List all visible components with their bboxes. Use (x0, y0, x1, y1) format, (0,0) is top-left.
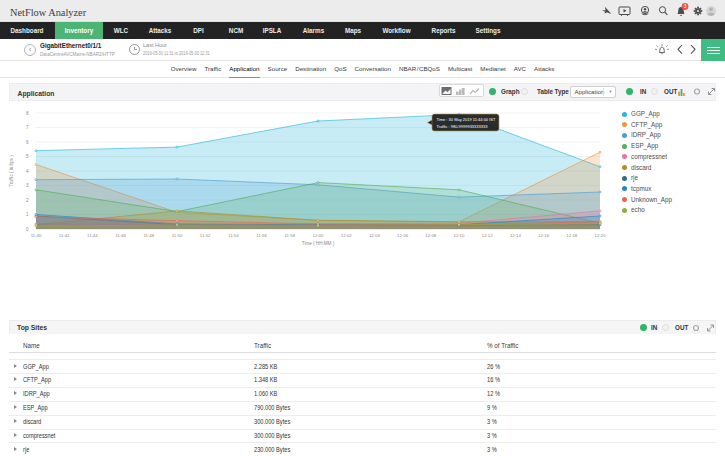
svg-text:12:04: 12:04 (369, 233, 381, 238)
svg-text:11:58: 11:58 (284, 233, 295, 238)
svg-text:11:46: 11:46 (115, 233, 126, 238)
svg-text:3: 3 (684, 4, 687, 9)
svg-text:Time : 30 May 2019 11:44:00 IS: Time : 30 May 2019 11:44:00 IST (437, 117, 496, 122)
svg-text:6: 6 (26, 140, 29, 145)
svg-text:7: 7 (26, 125, 29, 130)
svg-text:12:18: 12:18 (566, 233, 578, 238)
svg-text:12:02: 12:02 (341, 233, 353, 238)
svg-text:3: 3 (26, 183, 29, 188)
svg-text:2: 2 (26, 198, 29, 203)
svg-text:12:10: 12:10 (454, 233, 466, 238)
svg-text:12:06: 12:06 (397, 233, 409, 238)
svg-text:12:08: 12:08 (425, 233, 437, 238)
svg-text:12:12: 12:12 (482, 233, 494, 238)
svg-text:Time ( HH:MM ): Time ( HH:MM ) (302, 241, 335, 246)
svg-text:12:20: 12:20 (595, 233, 607, 238)
svg-text:8: 8 (26, 111, 29, 116)
svg-text:11:44: 11:44 (87, 233, 98, 238)
svg-text:11:52: 11:52 (200, 233, 211, 238)
svg-text:11:48: 11:48 (143, 233, 154, 238)
svg-text:12:16: 12:16 (538, 233, 550, 238)
svg-text:Traffic ( in bps ): Traffic ( in bps ) (9, 155, 14, 187)
svg-text:Traffic : 980.9999933333333: Traffic : 980.9999933333333 (437, 124, 489, 129)
svg-text:12:00: 12:00 (313, 233, 325, 238)
svg-text:11:56: 11:56 (256, 233, 267, 238)
svg-text:0: 0 (26, 227, 29, 232)
svg-text:11:50: 11:50 (172, 233, 183, 238)
svg-text:1: 1 (26, 212, 29, 217)
svg-text:11:42: 11:42 (59, 233, 70, 238)
svg-text:4: 4 (26, 169, 29, 174)
svg-text:5: 5 (26, 154, 29, 159)
svg-text:12:14: 12:14 (510, 233, 522, 238)
svg-text:11:40: 11:40 (31, 233, 42, 238)
svg-text:11:54: 11:54 (228, 233, 239, 238)
